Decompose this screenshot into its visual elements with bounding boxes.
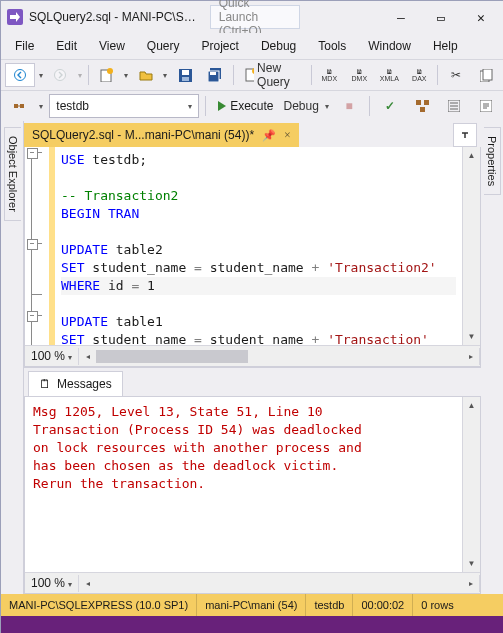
svg-rect-15 bbox=[20, 104, 24, 108]
svg-point-0 bbox=[15, 70, 26, 81]
chevron-down-icon: ▾ bbox=[188, 102, 192, 111]
menu-project[interactable]: Project bbox=[192, 36, 249, 56]
play-icon bbox=[218, 101, 226, 111]
dmx-query-button[interactable]: 🗎DMX bbox=[345, 64, 373, 86]
parse-button[interactable]: ✓ bbox=[376, 95, 404, 117]
minimize-button[interactable]: — bbox=[384, 5, 418, 29]
close-button[interactable]: ✕ bbox=[464, 5, 498, 29]
tab-close-button[interactable]: × bbox=[284, 128, 291, 143]
svg-rect-13 bbox=[483, 69, 492, 80]
messages-icon: 🗒 bbox=[39, 377, 51, 391]
svg-rect-6 bbox=[182, 77, 189, 81]
status-database: testdb bbox=[306, 594, 353, 616]
execute-button[interactable]: Execute bbox=[212, 95, 279, 117]
chevron-down-icon: ▾ bbox=[68, 353, 72, 362]
save-all-button[interactable] bbox=[201, 64, 229, 86]
dax-query-button[interactable]: 🗎DAX bbox=[405, 64, 433, 86]
estimated-plan-button[interactable] bbox=[408, 95, 436, 117]
database-combo[interactable]: testdb ▾ bbox=[49, 94, 199, 118]
svg-rect-9 bbox=[210, 72, 216, 75]
menu-edit[interactable]: Edit bbox=[46, 36, 87, 56]
svg-rect-14 bbox=[14, 104, 18, 108]
open-button[interactable] bbox=[132, 64, 160, 86]
editor-hscrollbar[interactable]: ◂▸ bbox=[78, 348, 480, 365]
status-elapsed: 00:00:02 bbox=[353, 594, 413, 616]
change-connection-button[interactable] bbox=[5, 95, 33, 117]
new-query-label: New Query bbox=[257, 61, 301, 89]
cut-button[interactable]: ✂ bbox=[442, 64, 470, 86]
outline-gutter[interactable] bbox=[25, 147, 49, 345]
messages-panel: Msg 1205, Level 13, State 51, Line 10 Tr… bbox=[24, 396, 481, 594]
nav-forward-dropdown[interactable]: ▾ bbox=[76, 71, 83, 80]
messages-zoom-value: 100 % bbox=[31, 576, 65, 590]
copy-button[interactable] bbox=[472, 64, 500, 86]
database-combo-value: testdb bbox=[56, 99, 89, 113]
code-editor[interactable]: USE testdb; -- Transaction2BEGIN TRAN UP… bbox=[25, 147, 480, 345]
properties-label: Properties bbox=[484, 127, 501, 195]
menu-debug[interactable]: Debug bbox=[251, 36, 306, 56]
pin-icon[interactable]: 📌 bbox=[262, 129, 276, 142]
results-tabs: 🗒 Messages bbox=[24, 367, 481, 396]
editor-footer: 100 % ▾ ◂▸ bbox=[25, 345, 480, 366]
nav-back-button[interactable] bbox=[5, 63, 35, 87]
title-bar: SQLQuery2.sql - MANI-PC\S… Quick Launch … bbox=[1, 1, 503, 33]
cancel-query-button[interactable]: ■ bbox=[335, 95, 363, 117]
new-item-button[interactable] bbox=[92, 64, 120, 86]
messages-hscrollbar[interactable]: ◂▸ bbox=[78, 575, 480, 592]
menu-view[interactable]: View bbox=[89, 36, 135, 56]
main-toolbar: ▾ ▾ ▾ ▾ New Query 🗎MDX 🗎DMX 🗎XMLA 🗎DAX ✂ bbox=[1, 59, 503, 90]
chevron-down-icon: ▾ bbox=[68, 580, 72, 589]
new-query-icon bbox=[244, 68, 254, 82]
intellisense-button[interactable] bbox=[472, 95, 500, 117]
editor-vscrollbar[interactable]: ▲▼ bbox=[462, 147, 480, 345]
nav-forward-button[interactable] bbox=[46, 64, 74, 86]
menu-query[interactable]: Query bbox=[137, 36, 190, 56]
status-rows: 0 rows bbox=[413, 594, 461, 616]
document-tab-label: SQLQuery2.sql - M...mani-PC\mani (54))* bbox=[32, 128, 254, 142]
zoom-combo[interactable]: 100 % ▾ bbox=[25, 349, 78, 363]
menu-window[interactable]: Window bbox=[358, 36, 421, 56]
open-dropdown[interactable]: ▾ bbox=[162, 71, 169, 80]
debug-dropdown[interactable]: ▾ bbox=[323, 102, 331, 111]
messages-zoom-combo[interactable]: 100 % ▾ bbox=[25, 576, 78, 590]
status-server: MANI-PC\SQLEXPRESS (10.0 SP1) bbox=[1, 594, 197, 616]
svg-rect-17 bbox=[424, 100, 429, 105]
status-login: mani-PC\mani (54) bbox=[197, 594, 306, 616]
status-bar: MANI-PC\SQLEXPRESS (10.0 SP1) mani-PC\ma… bbox=[1, 594, 503, 616]
svg-rect-18 bbox=[420, 107, 425, 112]
editor-area: SQLQuery2.sql - M...mani-PC\mani (54))* … bbox=[24, 121, 481, 594]
new-item-dropdown[interactable]: ▾ bbox=[122, 71, 129, 80]
menu-help[interactable]: Help bbox=[423, 36, 468, 56]
maximize-button[interactable]: ▭ bbox=[424, 5, 458, 29]
debug-label: Debug bbox=[284, 99, 319, 113]
window-title: SQLQuery2.sql - MANI-PC\S… bbox=[29, 10, 196, 24]
svg-point-1 bbox=[55, 70, 66, 81]
save-button[interactable] bbox=[171, 64, 199, 86]
menu-file[interactable]: File bbox=[5, 36, 44, 56]
execute-label: Execute bbox=[230, 99, 273, 113]
nav-back-dropdown[interactable]: ▾ bbox=[37, 71, 44, 80]
app-window: SQLQuery2.sql - MANI-PC\S… Quick Launch … bbox=[0, 0, 503, 633]
messages-footer: 100 % ▾ ◂▸ bbox=[25, 572, 480, 593]
messages-vscrollbar[interactable]: ▲▼ bbox=[462, 397, 480, 572]
connection-dropdown[interactable]: ▾ bbox=[37, 102, 45, 111]
drop-down-tabs-button[interactable] bbox=[453, 123, 477, 147]
code-text[interactable]: USE testdb; -- Transaction2BEGIN TRAN UP… bbox=[55, 147, 462, 345]
xmla-query-button[interactable]: 🗎XMLA bbox=[375, 64, 403, 86]
object-explorer-tab[interactable]: Object Explorer bbox=[1, 121, 24, 594]
messages-tab[interactable]: 🗒 Messages bbox=[28, 371, 123, 396]
query-options-button[interactable] bbox=[440, 95, 468, 117]
new-query-button[interactable]: New Query bbox=[238, 64, 307, 86]
document-tab-active[interactable]: SQLQuery2.sql - M...mani-PC\mani (54))* … bbox=[24, 123, 299, 147]
ide-status-strip bbox=[1, 616, 503, 633]
menu-tools[interactable]: Tools bbox=[308, 36, 356, 56]
sql-toolbar: ▾ testdb ▾ Execute Debug ▾ ■ ✓ bbox=[1, 90, 503, 121]
quick-launch-input[interactable]: Quick Launch (Ctrl+Q) bbox=[210, 5, 300, 29]
mdx-query-button[interactable]: 🗎MDX bbox=[315, 64, 343, 86]
debug-button[interactable]: Debug bbox=[284, 95, 319, 117]
code-editor-wrap: USE testdb; -- Transaction2BEGIN TRAN UP… bbox=[24, 147, 481, 367]
zoom-value: 100 % bbox=[31, 349, 65, 363]
svg-point-3 bbox=[107, 68, 113, 74]
properties-tab[interactable]: Properties bbox=[481, 121, 503, 594]
messages-text[interactable]: Msg 1205, Level 13, State 51, Line 10 Tr… bbox=[25, 397, 462, 572]
